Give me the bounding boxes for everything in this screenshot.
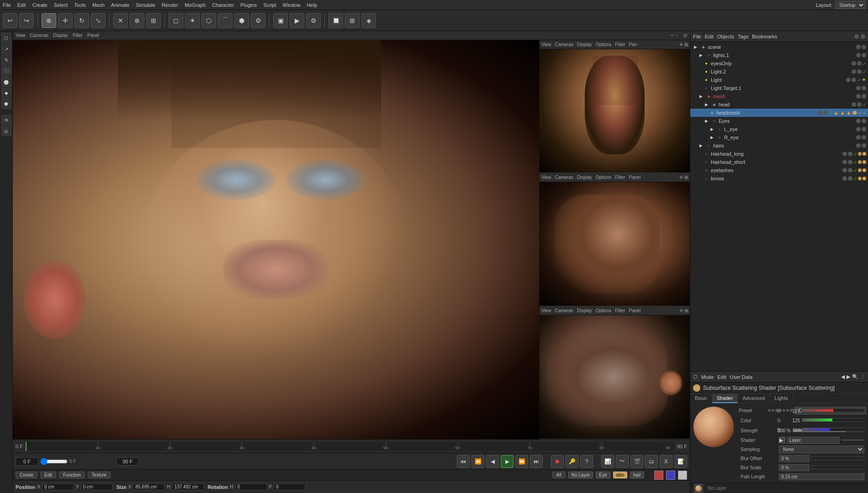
next-frame-button[interactable]: ⏩ xyxy=(515,455,528,468)
menu-render[interactable]: Render xyxy=(162,2,178,8)
head-render-dot[interactable] xyxy=(857,102,862,107)
material-preview[interactable] xyxy=(694,484,703,493)
parent-btn[interactable]: ⊞ xyxy=(146,13,161,28)
scene-menu-objects[interactable]: Objects xyxy=(717,34,734,39)
move-tool[interactable]: ✛ xyxy=(58,13,73,28)
light-btn[interactable]: ☀ xyxy=(185,13,200,28)
frame-slider[interactable] xyxy=(40,458,68,465)
scene-item-eyelashes[interactable]: ○ eyelashes ✓ xyxy=(690,166,868,174)
grid-btn[interactable]: ⊞ xyxy=(345,13,360,28)
redo-button[interactable]: ↪ xyxy=(19,13,34,28)
spline-btn[interactable]: ⌒ xyxy=(218,13,233,28)
timeline-ruler[interactable]: 0 10 20 30 40 50 60 70 80 90 xyxy=(26,442,674,451)
hs-vis-dot[interactable] xyxy=(842,160,847,164)
display-btn[interactable]: ◈ xyxy=(361,13,376,28)
hl-render-dot[interactable] xyxy=(848,152,852,156)
menu-file[interactable]: File xyxy=(3,2,11,8)
hairs-vis-dot[interactable] xyxy=(856,143,861,148)
mode-tool[interactable]: ↗ xyxy=(1,44,11,54)
props-actions[interactable]: ⋮ xyxy=(860,374,865,380)
re-render-dot[interactable] xyxy=(862,135,866,140)
menu-window[interactable]: Window xyxy=(283,2,301,8)
hl-vis-dot[interactable] xyxy=(842,152,847,156)
r-slider[interactable] xyxy=(802,409,864,413)
color-swatch-white[interactable] xyxy=(678,471,687,480)
eo-vis-dot[interactable] xyxy=(852,61,856,66)
mv3-filter[interactable]: Filter xyxy=(615,308,625,313)
scene-item-hairshort[interactable]: ○ Hairhead_short ✓ xyxy=(690,158,868,166)
nurbs-btn[interactable]: ⬢ xyxy=(234,13,249,28)
l-vis-dot[interactable] xyxy=(846,78,851,82)
eyes-render-dot[interactable] xyxy=(862,119,866,123)
hm-render-dot[interactable] xyxy=(823,110,828,115)
viewport-menu-view[interactable]: View xyxy=(16,33,26,38)
tab-lights[interactable]: Lights xyxy=(770,394,793,403)
select-left-tool[interactable]: ✎ xyxy=(1,55,11,65)
menu-mesh[interactable]: Mesh xyxy=(92,2,105,8)
menu-edit[interactable]: Edit xyxy=(17,2,26,8)
hair-badge[interactable]: hair xyxy=(630,472,644,478)
create-btn[interactable]: Create xyxy=(16,472,37,478)
l2-render-dot[interactable] xyxy=(857,69,862,74)
function-btn[interactable]: Function xyxy=(59,472,85,478)
no-layer-badge[interactable]: No Layer xyxy=(568,472,593,478)
mv2-view[interactable]: View xyxy=(541,175,551,180)
all-tab[interactable]: All xyxy=(552,472,566,478)
rot-p-value[interactable]: 0 xyxy=(274,483,306,490)
edit-btn[interactable]: Edit xyxy=(40,472,56,478)
blur-scale-value[interactable]: 0 % xyxy=(779,464,810,471)
scene-item-leye[interactable]: ▶ ○ L_eye xyxy=(690,125,868,133)
skin-badge[interactable]: skin xyxy=(613,472,628,478)
scene-item-lighttarget1[interactable]: ○ Light.Target.1 xyxy=(690,84,868,92)
mv2-panel[interactable]: Panel xyxy=(629,175,641,180)
scene-item-light2[interactable]: ● Light.2 ✓ xyxy=(690,68,868,76)
re-vis-dot[interactable] xyxy=(856,135,861,140)
layout-select[interactable]: Startup xyxy=(835,1,865,9)
render-region-btn[interactable]: ▣ xyxy=(273,13,288,28)
props-nav-right[interactable]: ▶ xyxy=(847,374,850,380)
viewport-expand-btn[interactable]: ⊞ xyxy=(683,33,687,38)
viewport-menu-filter[interactable]: Filter xyxy=(73,33,83,38)
lt1-vis-dot[interactable] xyxy=(856,86,861,90)
render-dot[interactable] xyxy=(862,45,866,49)
scene-item-brows[interactable]: ○ brows ✓ xyxy=(690,174,868,183)
go-to-start-button[interactable]: ⏮ xyxy=(457,455,470,468)
scene-item-scene[interactable]: ▶ ◈ scene xyxy=(690,43,868,51)
scene-item-eyesonly[interactable]: ● eyesOnly ✓ xyxy=(690,59,868,68)
mv3-view[interactable]: View xyxy=(541,308,551,313)
scene-menu-bookmarks[interactable]: Bookmarks xyxy=(752,34,777,39)
deformer-btn[interactable]: ⬡ xyxy=(201,13,216,28)
menu-character[interactable]: Character xyxy=(212,2,234,8)
menu-mograph[interactable]: MoGraph xyxy=(185,2,206,8)
rot-h-value[interactable]: 0 xyxy=(235,483,267,490)
mv2-options[interactable]: Options xyxy=(596,175,611,180)
eo-render-dot[interactable] xyxy=(857,61,862,66)
viewport-menu-cameras[interactable]: Cameras xyxy=(30,33,49,38)
render-settings-btn[interactable]: ⚙ xyxy=(306,13,321,28)
color-swatch-red[interactable] xyxy=(654,471,663,480)
menu-create[interactable]: Create xyxy=(32,2,48,8)
soft-sel[interactable]: ◎ xyxy=(1,126,11,136)
object-axis-btn[interactable]: ✕ xyxy=(113,13,128,28)
g-slider[interactable] xyxy=(802,418,864,423)
point-tool[interactable]: ⬤ xyxy=(1,77,11,87)
poly-tool[interactable]: ⬟ xyxy=(1,99,11,109)
menu-script[interactable]: Script xyxy=(263,2,276,8)
world-axis-btn[interactable]: ⊗ xyxy=(130,13,144,28)
record-button[interactable]: ⏺ xyxy=(551,455,564,468)
scene-scroll-up[interactable] xyxy=(854,34,859,39)
m-render-dot[interactable] xyxy=(862,94,866,99)
lt1-render-dot[interactable] xyxy=(862,86,866,90)
size-h-value[interactable]: 137.482 cm xyxy=(172,483,204,490)
menu-tools[interactable]: Tools xyxy=(74,2,86,8)
props-search[interactable]: 🔍 xyxy=(852,374,858,380)
loop-sel[interactable]: ⟳ xyxy=(1,115,11,125)
shader-expand-btn[interactable]: ▶ xyxy=(779,437,785,443)
select-tool[interactable]: ⊕ xyxy=(42,13,56,28)
scene-scroll-dn[interactable] xyxy=(861,34,865,39)
le-vis-dot[interactable] xyxy=(856,127,861,131)
edge-tool[interactable]: ◆ xyxy=(1,88,11,98)
props-userdata-menu[interactable]: User Data xyxy=(730,374,753,380)
el-render-dot[interactable] xyxy=(848,168,852,173)
main-viewport[interactable] xyxy=(13,40,539,439)
